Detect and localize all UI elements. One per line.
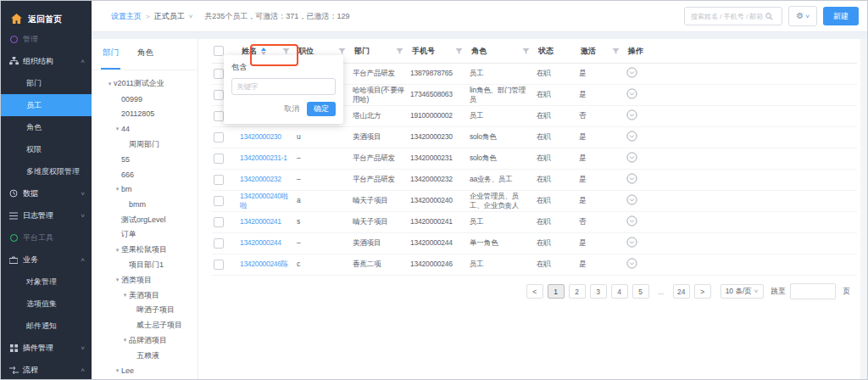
row-checkbox[interactable] [214,90,224,100]
filter-icon[interactable] [338,48,346,55]
sidebar-item-日志管理[interactable]: 日志管理˅ [1,204,92,226]
cell-name[interactable]: 13420000241 [240,217,297,226]
filter-icon[interactable] [282,48,290,55]
filter-icon[interactable] [522,48,530,55]
confirm-button[interactable]: 确定 [307,102,336,116]
settings-dropdown-button[interactable]: ⚙ ˅ [788,6,817,26]
row-checkbox[interactable] [214,111,224,121]
tree-node-周周部门[interactable]: 周周部门 [92,137,198,152]
scrollbar-track[interactable] [860,39,867,379]
tree-node-测试orgLevel[interactable]: 测试orgLevel [92,212,198,227]
tree-node-44[interactable]: ▾44 [92,121,198,137]
tree-node-666[interactable]: 666 [92,167,198,182]
tree-node-bmm[interactable]: bmm [92,197,198,212]
row-actions-button[interactable] [626,131,637,142]
row-actions-button[interactable] [626,152,637,163]
tab-部门[interactable]: 部门 [103,48,119,70]
sidebar-item-员工[interactable]: 员工 [1,94,92,116]
tree-node-酒类项目[interactable]: ▾酒类项目 [92,272,198,288]
sidebar-item-权限[interactable]: 权限 [1,138,92,160]
sidebar-item-流程[interactable]: 流程˄ [1,359,92,380]
page-button-4[interactable]: 4 [611,284,628,299]
sidebar-item-角色[interactable]: 角色 [1,116,92,138]
breadcrumb-current[interactable]: 正式员工 [154,11,185,22]
tree-node-威士忌子项目[interactable]: 威士忌子项目 [92,318,198,333]
jump-page-input[interactable] [790,283,836,299]
tree-node-美酒项目[interactable]: ▾美酒项目 [92,288,198,303]
tree-expand-icon[interactable]: ▾ [114,277,121,283]
sidebar-item-邮件通知[interactable]: 邮件通知 [1,315,92,337]
search-box[interactable] [684,7,782,25]
row-checkbox[interactable] [214,69,224,79]
filter-icon[interactable] [455,48,463,55]
sidebar-item-平台工具[interactable]: 平台工具 [1,226,92,249]
row-actions-button[interactable] [626,258,637,269]
tree-node-五粮液[interactable]: 五粮液 [92,348,198,363]
sidebar-item-管理[interactable]: 管理 [1,28,92,50]
row-actions-button[interactable] [626,109,637,120]
cell-name[interactable]: 13420000240啦啦 [240,192,297,211]
filter-icon[interactable] [396,48,403,55]
sidebar-item-数据[interactable]: 数据˅ [1,182,92,204]
sidebar-item-对象管理[interactable]: 对象管理 [1,271,92,293]
search-icon[interactable] [765,8,773,24]
row-actions-button[interactable] [626,215,637,226]
tree-node-啤酒子项目[interactable]: 啤酒子项目 [92,303,198,318]
row-checkbox[interactable] [214,132,224,142]
row-checkbox[interactable] [214,238,224,249]
row-checkbox[interactable] [214,175,224,185]
row-actions-button[interactable] [626,237,637,248]
row-checkbox[interactable] [214,217,224,227]
page-button-5[interactable]: 5 [632,284,649,299]
row-actions-button[interactable] [626,194,637,205]
keyword-input[interactable] [231,78,336,95]
tree-node-品牌酒项目[interactable]: ▾品牌酒项目 [92,333,198,349]
cell-name[interactable]: 13420000244 [240,238,297,248]
tree-node-20112805[interactable]: 20112805 [92,107,198,122]
tree-expand-icon[interactable]: ▾ [114,367,121,374]
sidebar-item-多维度权限管理[interactable]: 多维度权限管理 [1,160,92,182]
row-checkbox[interactable] [214,196,224,206]
tree-node-55[interactable]: 55 [92,152,198,167]
chevron-down-icon[interactable]: ˅ [189,13,193,20]
sidebar-item-业务[interactable]: 业务˄ [1,249,92,271]
cancel-button[interactable]: 取消 [284,103,299,115]
breadcrumb-home-link[interactable]: 设置主页 [111,11,142,22]
sidebar-item-部门[interactable]: 部门 [1,72,92,94]
row-actions-button[interactable] [626,88,637,99]
tree-node-项目部门1[interactable]: 项目部门1 [92,258,198,273]
tree-node-订单[interactable]: 订单 [92,227,198,243]
search-input[interactable] [689,12,765,21]
tree-node-bm[interactable]: ▾bm [92,182,198,198]
create-button[interactable]: 新建 [823,7,859,25]
tree-node-v2011测试企业[interactable]: ▾v2011测试企业 [92,76,198,92]
cell-name[interactable]: 13420000246陈 [240,260,297,269]
tree-expand-icon[interactable]: ▾ [121,337,129,344]
row-checkbox[interactable] [214,260,224,270]
sidebar-item-组织结构[interactable]: 组织结构˄ [1,50,92,72]
cell-name[interactable]: 13420000231-1 [240,154,297,163]
sidebar-item-插件管理[interactable]: 插件管理˅ [1,337,92,359]
tab-角色[interactable]: 角色 [137,48,153,70]
row-actions-button[interactable] [626,67,637,78]
prev-page-button[interactable]: < [526,284,543,299]
page-button-3[interactable]: 3 [590,284,607,299]
page-button-1[interactable]: 1 [548,284,565,299]
sidebar-logo[interactable]: 返回首页 [1,1,92,30]
sort-icon[interactable] [261,48,266,55]
row-actions-button[interactable] [626,173,637,184]
tree-expand-icon[interactable]: ▾ [114,126,121,132]
tree-expand-icon[interactable]: ▾ [121,292,129,299]
tree-expand-icon[interactable]: ▾ [114,247,121,254]
select-all-checkbox[interactable] [214,46,224,56]
next-page-button[interactable]: > [694,284,711,299]
tree-node-坚果松鼠项目[interactable]: ▾坚果松鼠项目 [92,243,198,258]
tree-node-00999[interactable]: 00999 [92,92,198,107]
page-button-24[interactable]: 24 [673,284,690,299]
filter-icon[interactable] [612,48,620,55]
cell-name[interactable]: 13420000232 [240,175,297,184]
tree-node-Lee[interactable]: ▾Lee [92,363,198,378]
row-checkbox[interactable] [214,154,224,164]
page-size-select[interactable]: 10 条/页˅ [721,284,764,299]
tree-expand-icon[interactable]: ▾ [114,186,121,193]
